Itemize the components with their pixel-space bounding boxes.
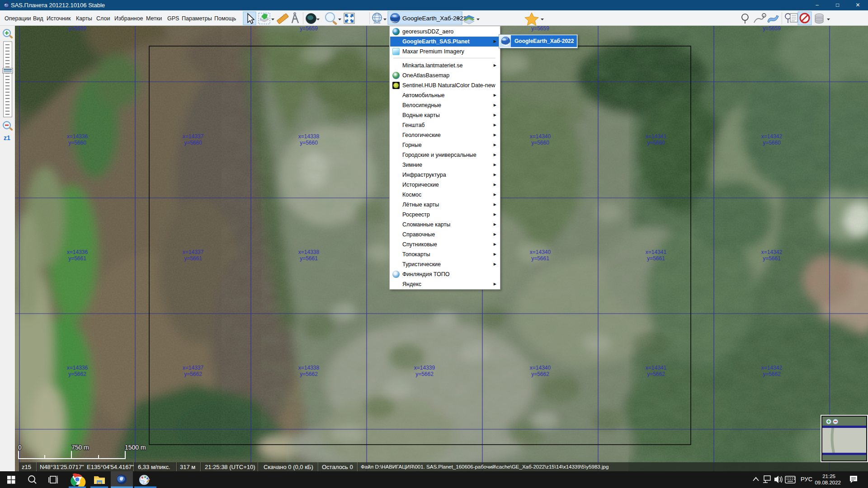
svg-text:y=5661: y=5661 [68,255,86,262]
svg-text:x=14341: x=14341 [646,365,667,371]
svg-text:x=14341: x=14341 [646,249,667,255]
svg-text:z1: z1 [4,134,10,141]
svg-text:x=14338: x=14338 [298,249,320,255]
svg-text:y=5661: y=5661 [763,255,781,262]
svg-text:y=5661: y=5661 [184,255,202,262]
svg-text:750 m: 750 m [71,444,89,451]
svg-text:y=5661: y=5661 [531,255,549,262]
svg-text:y=5662: y=5662 [68,371,86,377]
svg-text:y=5660: y=5660 [763,140,781,146]
svg-text:y=5660: y=5660 [531,140,549,146]
svg-text:y=5662: y=5662 [647,371,665,377]
svg-text:x=14337: x=14337 [183,249,204,255]
svg-text:y=5661: y=5661 [300,255,318,262]
svg-text:x=14342: x=14342 [761,133,783,140]
svg-text:x=14338: x=14338 [298,365,320,371]
svg-text:1500 m: 1500 m [125,444,146,451]
svg-text:GoogleEarth_Xaб-2022: GoogleEarth_Xaб-2022 [402,15,467,22]
svg-text:09.08.2022: 09.08.2022 [815,480,841,485]
svg-text:x=14341: x=14341 [646,133,667,140]
svg-text:x=14340: x=14340 [530,365,551,371]
svg-text:y=5662: y=5662 [184,371,202,377]
svg-text:y=5659: y=5659 [68,26,86,32]
svg-text:y=5662: y=5662 [531,371,549,377]
svg-text:x=14337: x=14337 [183,365,204,371]
svg-text:РУС: РУС [801,476,812,483]
svg-text:x=14336: x=14336 [67,365,88,371]
svg-text:x=14342: x=14342 [761,365,783,371]
svg-text:x=14339: x=14339 [414,365,435,371]
svg-text:0: 0 [18,444,22,451]
svg-text:x=14336: x=14336 [67,249,88,255]
svg-text:y=5661: y=5661 [647,255,665,262]
svg-text:x=14336: x=14336 [67,133,88,140]
svg-text:x=14340: x=14340 [530,133,551,140]
svg-text:y=5659: y=5659 [531,26,549,32]
svg-text:y=5662: y=5662 [763,371,781,377]
svg-text:x=14338: x=14338 [298,133,320,140]
svg-text:y=5660: y=5660 [184,140,202,146]
svg-text:y=5659: y=5659 [763,26,781,32]
svg-text:x=14337: x=14337 [183,133,204,140]
svg-text:21:25: 21:25 [822,474,835,479]
svg-text:y=5662: y=5662 [300,371,318,377]
svg-text:y=5660: y=5660 [68,140,86,146]
svg-text:y=5660: y=5660 [647,140,665,146]
svg-text:x=14340: x=14340 [530,249,551,255]
svg-text:y=5659: y=5659 [300,26,318,32]
svg-text:y=5662: y=5662 [415,371,434,377]
svg-text:x=14342: x=14342 [761,249,783,255]
svg-text:y=5660: y=5660 [300,140,318,146]
